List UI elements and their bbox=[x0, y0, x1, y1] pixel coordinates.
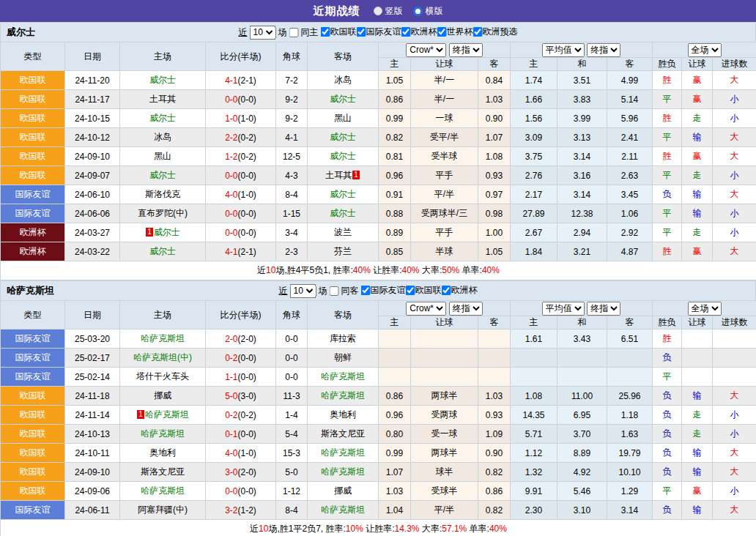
team-cell: 1哈萨克斯坦 bbox=[120, 406, 206, 425]
team-cell: 黑山 bbox=[120, 147, 206, 166]
result-cell: 负 bbox=[653, 463, 682, 482]
near-link[interactable]: 近 bbox=[279, 285, 288, 297]
summary-segment: 57.1% bbox=[442, 524, 467, 534]
odds-home: 0.91 bbox=[379, 185, 411, 204]
team-label: 哈萨克斯坦 bbox=[321, 447, 365, 458]
recent-count-select[interactable]: 10 bbox=[250, 26, 276, 40]
corner-cell: 7-2 bbox=[276, 71, 308, 90]
team-label: 朝鲜 bbox=[334, 352, 352, 362]
team-cell: 威尔士 bbox=[308, 204, 379, 223]
bookmaker-select[interactable]: Crow* bbox=[406, 43, 446, 57]
team-cell: 库拉索 bbox=[308, 330, 379, 349]
score-cell: 0-1(0-0) bbox=[206, 425, 276, 444]
final-odds-select[interactable]: 终指 bbox=[449, 302, 483, 316]
odds-handicap: 平/半 bbox=[411, 501, 478, 520]
match-type-badge: 欧国联 bbox=[1, 128, 65, 147]
match-date: 25-03-20 bbox=[65, 330, 120, 349]
league-filter-checkbox[interactable] bbox=[361, 286, 371, 295]
view-option-vertical[interactable]: 竖版 bbox=[374, 5, 403, 18]
halftime-score: (0-2) bbox=[238, 133, 256, 143]
col-home: 主场 bbox=[120, 42, 206, 71]
avg-draw: 3.14 bbox=[557, 147, 607, 166]
odds-home: 0.89 bbox=[379, 223, 411, 242]
team-label: 斯洛文尼亚 bbox=[321, 428, 365, 439]
same-venue-checkbox[interactable] bbox=[330, 286, 339, 296]
scope-select[interactable]: 全场 bbox=[688, 302, 722, 316]
average-select[interactable]: 平均值 bbox=[542, 43, 585, 57]
result-cell: 负 bbox=[653, 444, 682, 463]
league-filter-item: 欧洲预选 bbox=[473, 26, 518, 38]
final-odds-select[interactable]: 终指 bbox=[449, 43, 483, 57]
games-label: 场 bbox=[319, 285, 327, 297]
result-cell: 胜 bbox=[653, 71, 682, 90]
scope-select-group: 全场 bbox=[653, 42, 756, 58]
score-cell: 0-2(0-2) bbox=[206, 406, 276, 425]
final-odds-select-2[interactable]: 终指 bbox=[587, 302, 620, 316]
summary-segment: 大率: bbox=[420, 265, 442, 275]
team-cell: 斯洛伐克 bbox=[120, 185, 206, 204]
radio-checked-icon[interactable] bbox=[413, 7, 423, 16]
same-venue-checkbox[interactable] bbox=[289, 28, 299, 37]
league-filter-checkbox[interactable] bbox=[321, 27, 330, 37]
team-label: 威尔士 bbox=[330, 151, 356, 161]
team-cell: 冰岛 bbox=[308, 71, 379, 90]
match-date: 24-09-06 bbox=[65, 482, 120, 501]
league-filter-checkbox[interactable] bbox=[437, 27, 447, 37]
scope-select[interactable]: 全场 bbox=[688, 43, 722, 57]
radio-icon[interactable] bbox=[374, 7, 382, 15]
average-select[interactable]: 平均值 bbox=[542, 302, 585, 316]
view-option-horizontal[interactable]: 横版 bbox=[413, 5, 443, 18]
table-row: 欧国联24-10-15威尔士1-0(1-0)9-2黑山0.99一球0.901.5… bbox=[1, 109, 756, 128]
league-filter-item: 世界杯 bbox=[437, 26, 473, 38]
summary-text: 近10场,胜1平2负7, 胜率:10% 让胜率:14.3% 大率:57.1% 单… bbox=[1, 520, 756, 536]
avg-draw: 8.89 bbox=[557, 444, 607, 463]
recent-count-select[interactable]: 10 bbox=[290, 284, 316, 298]
avg-home: 3.75 bbox=[511, 147, 557, 166]
final-odds-select-2[interactable]: 终指 bbox=[587, 43, 620, 57]
halftime-score: (1-0) bbox=[238, 190, 256, 200]
team-cell: 威尔士 bbox=[308, 147, 379, 166]
handicap-result-cell: 赢 bbox=[682, 90, 713, 109]
result-cell: 平 bbox=[653, 90, 682, 109]
team-cell: 斯洛文尼亚 bbox=[120, 463, 206, 482]
bookmaker-select[interactable]: Crow* bbox=[406, 302, 446, 316]
summary-segment: 40% bbox=[482, 265, 500, 275]
league-filter-checkbox[interactable] bbox=[442, 286, 451, 295]
odds-handicap: 受平/半 bbox=[411, 128, 478, 147]
fulltime-score: 5-0 bbox=[225, 391, 237, 401]
team-label: 威尔士 bbox=[149, 246, 176, 256]
league-filter-checkbox[interactable] bbox=[401, 27, 411, 37]
table-row: 国际友谊24-06-06直布罗陀(中)0-0(0-0)1-15威尔士0.88受两… bbox=[1, 204, 756, 223]
near-link[interactable]: 近 bbox=[239, 26, 248, 39]
col-goals-result: 进球数 bbox=[713, 316, 756, 330]
corner-cell: 8-4 bbox=[276, 501, 308, 520]
team-name: 威尔士 bbox=[1, 26, 35, 39]
filter-bar: 近 10 场 同客 国际友谊欧国联欧洲杯 bbox=[279, 284, 478, 298]
goals-result-cell: 大 bbox=[713, 444, 756, 463]
corner-cell: 0-0 bbox=[276, 368, 308, 387]
team-label: 斯洛伐克 bbox=[145, 189, 180, 199]
fulltime-score: 0-0 bbox=[225, 228, 237, 238]
table-row: 国际友谊24-06-11阿塞拜疆(中)3-2(1-2)8-4哈萨克斯坦1.04平… bbox=[1, 501, 756, 520]
league-filter-checkbox[interactable] bbox=[406, 286, 415, 295]
corner-cell: 1-12 bbox=[276, 482, 308, 501]
league-filter-checkbox[interactable] bbox=[357, 27, 366, 37]
odds-handicap bbox=[411, 349, 478, 368]
team-section: 威尔士 近 10 场 同主 欧国联国际友谊欧洲杯世界杯欧洲预选 类型 日期 主场… bbox=[0, 22, 756, 280]
section-header: 哈萨克斯坦 近 10 场 同客 国际友谊欧国联欧洲杯 bbox=[0, 280, 756, 300]
match-date: 24-11-14 bbox=[65, 406, 120, 425]
summary-segment: 大率: bbox=[420, 524, 442, 534]
team-cell: 哈萨克斯坦 bbox=[120, 425, 206, 444]
result-cell: 平 bbox=[653, 223, 682, 242]
odds-home bbox=[379, 330, 411, 349]
match-date: 24-06-06 bbox=[65, 204, 120, 223]
fulltime-score: 3-0 bbox=[225, 467, 237, 477]
odds-handicap: 平手 bbox=[411, 166, 478, 185]
league-filter-checkbox[interactable] bbox=[473, 27, 483, 37]
odds-handicap: 受球半 bbox=[411, 482, 478, 501]
team-label: 库拉索 bbox=[330, 333, 356, 343]
avg-home: 1.32 bbox=[511, 463, 557, 482]
result-cell: 平 bbox=[653, 368, 682, 387]
odds-away: 1.07 bbox=[478, 128, 511, 147]
handicap-result-cell: 赢 bbox=[682, 71, 713, 90]
